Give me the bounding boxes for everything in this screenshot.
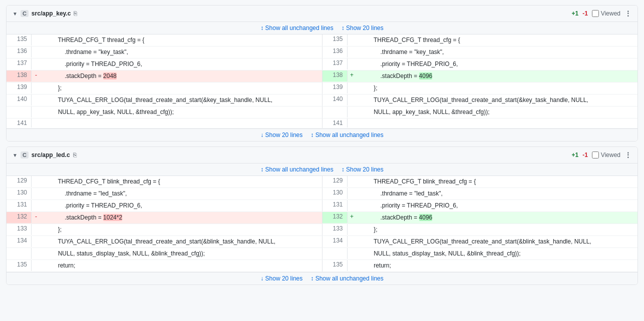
right-line-marker [348,200,357,211]
file-header: ▼ C src/app_led.c ⎘ +1 -1 Viewed ⋮ [7,147,637,164]
left-line-num: 140 [7,94,32,106]
diff-file-app_key: ▼ C src/app_key.c ⎘ +1 -1 Viewed ⋮ ↕ Sho… [6,5,638,142]
collapse-icon[interactable]: ▼ [13,11,18,16]
more-options-icon[interactable]: ⋮ [624,151,631,159]
right-line-num: 135 [323,34,348,46]
viewed-checkbox[interactable] [592,10,599,17]
left-line-marker [32,236,41,247]
collapse-icon[interactable]: ▼ [13,152,18,158]
left-line-code: .priority = THREAD_PRIO_6, [41,200,322,211]
right-line-num: 129 [323,176,348,187]
show-20-lines-top[interactable]: ↕ Show 20 lines [342,24,384,32]
left-line-num: 133 [7,224,32,235]
left-line-marker [32,106,41,118]
left-line-marker [32,82,41,94]
left-line: NULL, app_key_task, NULL, &thread_cfg)); [7,106,322,118]
right-line: 137 .priority = THREAD_PRIO_6, [323,58,638,70]
show-all-unchanged-top[interactable]: ↕ Show all unchanged lines [260,24,333,32]
left-line-marker [32,200,41,211]
left-line-marker: - [32,70,41,82]
right-line-num: 141 [323,118,348,128]
right-line: 132 + .stackDepth = 4096 [323,212,638,224]
left-line-marker [32,188,41,199]
left-line-num: 130 [7,188,32,199]
right-line: 139 }; [323,82,638,94]
show-20-lines-top[interactable]: ↕ Show 20 lines [342,166,384,173]
file-type-icon: C [21,152,29,158]
right-line: 141 [323,118,638,128]
left-line-marker [32,58,41,70]
show-all-unchanged-top[interactable]: ↕ Show all unchanged lines [260,166,333,173]
right-line-marker [348,34,357,46]
show-all-unchanged-bottom[interactable]: ↕ Show all unchanged lines [310,132,383,138]
copy-path-icon[interactable]: ⎘ [74,10,77,17]
more-options-icon[interactable]: ⋮ [624,10,631,18]
left-line: 134 TUYA_CALL_ERR_LOG(tal_thread_create_… [7,236,322,248]
left-line-code: .stackDepth = 2048 [41,70,322,82]
stat-add: +1 [572,152,579,158]
right-line-num: 134 [323,236,348,247]
left-line-num: 138 [7,70,32,82]
right-line-code: .stackDepth = 4096 [357,212,638,223]
viewed-label[interactable]: Viewed [592,10,620,17]
right-line-num: 135 [323,260,348,271]
right-line-num: 130 [323,188,348,199]
left-line: 130 .thrdname = "led_task", [7,188,322,200]
diff-line-row: NULL, status_display_task, NULL, &blink_… [7,248,637,260]
left-line-num: 139 [7,82,32,94]
right-line: 129 THREAD_CFG_T blink_thread_cfg = { [323,176,638,188]
diff-line-row: 129 THREAD_CFG_T blink_thread_cfg = { 12… [7,176,637,188]
left-line: 139 }; [7,82,322,94]
right-line-code: }; [357,82,638,94]
diff-line-row: 139 }; 139 }; [7,82,637,94]
left-line-code: TUYA_CALL_ERR_LOG(tal_thread_create_and_… [41,236,322,247]
left-line-code [41,118,322,128]
left-line: 138 - .stackDepth = 2048 [7,70,322,82]
viewed-label[interactable]: Viewed [592,152,620,158]
left-line-num: 131 [7,200,32,211]
left-line-num: 135 [7,34,32,46]
left-line-marker [32,94,41,106]
left-line: 131 .priority = THREAD_PRIO_6, [7,200,322,212]
left-line-num: 134 [7,236,32,247]
left-line-code: THREAD_CFG_T thread_cfg = { [41,34,322,46]
right-line-num: 133 [323,224,348,235]
file-name: src/app_key.c [32,10,71,17]
viewed-checkbox[interactable] [592,152,599,158]
left-line-num [7,106,32,118]
right-line-code: NULL, status_display_task, NULL, &blink_… [357,248,638,259]
show-20-lines-bottom[interactable]: ↓ Show 20 lines [260,132,302,138]
diff-line-row: 133 }; 133 }; [7,224,637,236]
left-line-code: TUYA_CALL_ERR_LOG(tal_thread_create_and_… [41,94,322,106]
right-line-num: 131 [323,200,348,211]
right-line-code: return; [357,260,638,271]
left-line-code: THREAD_CFG_T blink_thread_cfg = { [41,176,322,187]
bottom-expand-bar: ↓ Show 20 lines ↕ Show all unchanged lin… [7,128,637,141]
left-line-code: NULL, app_key_task, NULL, &thread_cfg)); [41,106,322,118]
diff-line-row: 136 .thrdname = "key_task", 136 .thrdnam… [7,46,637,58]
top-expand-bar: ↕ Show all unchanged lines ↕ Show 20 lin… [7,22,637,34]
right-line-code: TUYA_CALL_ERR_LOG(tal_thread_create_and_… [357,94,638,106]
left-line-marker [32,176,41,187]
show-20-lines-bottom[interactable]: ↓ Show 20 lines [260,275,302,282]
left-line-num: 141 [7,118,32,128]
diff-line-row: 137 .priority = THREAD_PRIO_6, 137 .prio… [7,58,637,70]
left-line: 140 TUYA_CALL_ERR_LOG(tal_thread_create_… [7,94,322,106]
left-line-num: 129 [7,176,32,187]
diff-line-row: 141 141 [7,118,637,128]
bottom-expand-bar: ↓ Show 20 lines ↕ Show all unchanged lin… [7,272,637,284]
left-line-num [7,248,32,259]
right-line-code: }; [357,224,638,235]
left-line: 137 .priority = THREAD_PRIO_6, [7,58,322,70]
copy-path-icon[interactable]: ⎘ [73,152,77,158]
left-line-code: .thrdname = "led_task", [41,188,322,199]
right-line-num: 138 [323,70,348,82]
diff-line-row: NULL, app_key_task, NULL, &thread_cfg));… [7,106,637,118]
left-line-num: 136 [7,46,32,58]
right-line-marker [348,260,357,271]
diff-line-row: 135 return; 135 return; [7,260,637,272]
show-all-unchanged-bottom[interactable]: ↕ Show all unchanged lines [310,275,383,282]
right-line-code: THREAD_CFG_T blink_thread_cfg = { [357,176,638,187]
left-line-marker: - [32,212,41,223]
right-line-marker: + [348,70,357,82]
